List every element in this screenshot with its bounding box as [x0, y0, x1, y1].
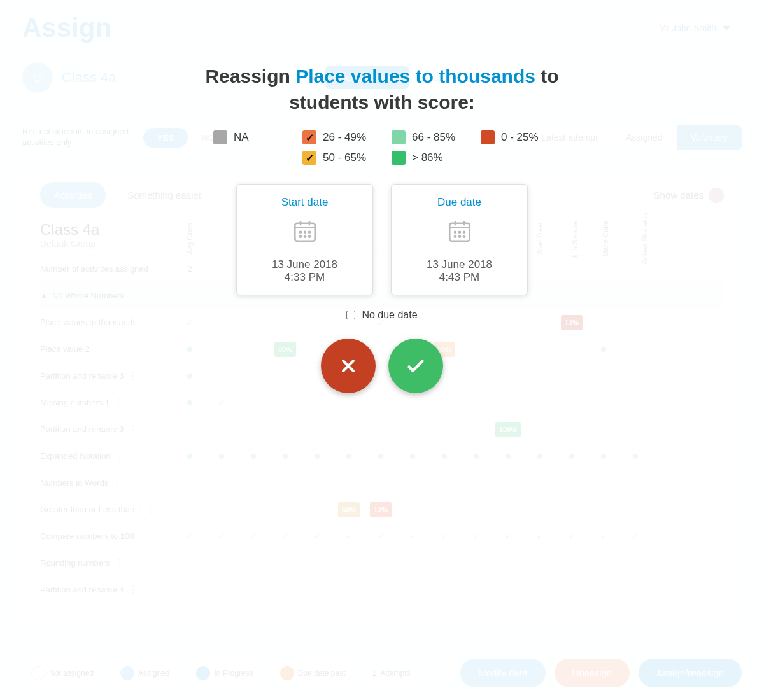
svg-point-3: [308, 232, 309, 233]
svg-point-9: [458, 232, 460, 233]
start-date-card[interactable]: Start date 13 June 2018 4:33 PM: [236, 184, 373, 295]
dialog-title: Reassign Place values to thousands to st…: [191, 64, 573, 115]
no-due-date-input[interactable]: [346, 311, 355, 319]
filter-26-49[interactable]: 26 - 49%: [302, 130, 372, 144]
start-date-value: 13 June 2018: [243, 258, 366, 271]
calendar-icon: [446, 218, 473, 244]
filter-label: NA: [234, 131, 249, 144]
svg-point-12: [458, 236, 460, 237]
svg-point-10: [463, 232, 464, 233]
filter-label: 66 - 85%: [412, 131, 455, 144]
start-date-title: Start date: [243, 196, 366, 209]
filter-label: 50 - 65%: [323, 151, 366, 164]
date-cards: Start date 13 June 2018 4:33 PM Due date…: [191, 184, 573, 295]
start-time-value: 4:33 PM: [243, 271, 366, 284]
no-due-date-checkbox[interactable]: No due date: [191, 309, 573, 321]
due-date-value: 13 June 2018: [398, 258, 521, 271]
confirm-row: [191, 339, 573, 393]
title-highlight: Place values to thousands: [295, 66, 535, 87]
svg-point-2: [304, 232, 305, 233]
confirm-button[interactable]: [388, 339, 443, 393]
checkbox-icon: [302, 130, 316, 144]
filter-0-25[interactable]: 0 - 25%: [481, 130, 551, 144]
svg-point-13: [463, 236, 464, 237]
checkbox-icon: [392, 151, 406, 165]
svg-point-8: [454, 232, 455, 233]
checkbox-icon: [213, 130, 227, 144]
check-icon: [404, 354, 427, 377]
svg-point-1: [299, 232, 301, 233]
checkbox-icon: [392, 130, 406, 144]
title-prefix: Reassign: [205, 66, 295, 87]
close-icon: [338, 356, 358, 376]
checkbox-icon: [481, 130, 495, 144]
due-date-card[interactable]: Due date 13 June 2018 4:43 PM: [391, 184, 528, 295]
cancel-button[interactable]: [321, 339, 376, 393]
due-time-value: 4:43 PM: [398, 271, 521, 284]
svg-point-6: [308, 236, 309, 237]
calendar-icon: [292, 218, 318, 244]
filter-label: > 86%: [412, 151, 443, 164]
score-filter-group: NA 26 - 49% 66 - 85% 0 - 25% 50 - 65% > …: [191, 130, 573, 165]
checkbox-icon: [302, 151, 316, 165]
filter-86-plus[interactable]: > 86%: [392, 151, 462, 165]
no-due-date-label: No due date: [362, 309, 417, 321]
svg-point-4: [299, 236, 301, 237]
filter-label: 26 - 49%: [323, 131, 366, 144]
svg-point-5: [304, 236, 305, 237]
filter-66-85[interactable]: 66 - 85%: [392, 130, 462, 144]
svg-point-11: [454, 236, 455, 237]
filter-label: 0 - 25%: [501, 131, 539, 144]
filter-na[interactable]: NA: [213, 130, 283, 144]
filter-50-65[interactable]: 50 - 65%: [302, 151, 372, 165]
due-date-title: Due date: [398, 196, 521, 209]
reassign-dialog: Reassign Place values to thousands to st…: [191, 64, 573, 393]
